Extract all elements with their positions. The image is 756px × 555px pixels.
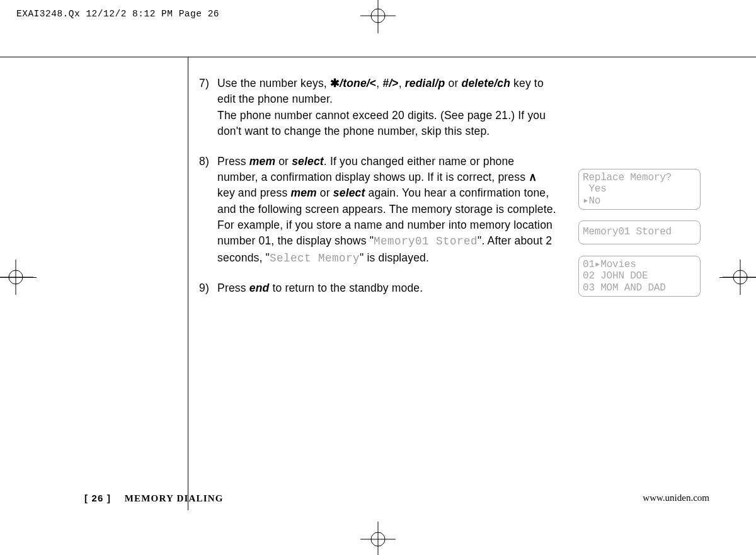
step-8: 8) Press mem or select. If you changed e… [199, 154, 564, 267]
text: " is displayed. [360, 251, 429, 264]
page-number: [ 26 ] [84, 493, 111, 503]
lcd-inline-text: Select Memory [270, 252, 360, 265]
step-body: Press end to return to the standby mode. [217, 280, 558, 296]
key-label: select [292, 155, 324, 168]
lcd-inline-text: Memory01 Stored [374, 235, 478, 248]
step-number: 9) [199, 280, 214, 296]
key-label: delete/ch [462, 77, 510, 89]
step-7: 7) Use the number keys, ✱/tone/<, #/>, r… [199, 76, 564, 140]
step-body: Use the number keys, ✱/tone/<, #/>, redi… [217, 76, 558, 140]
step-number: 8) [199, 154, 214, 169]
footer-left: [ 26 ] MEMORY DIALING [84, 493, 224, 504]
text: or [445, 77, 462, 89]
text: or [317, 186, 333, 199]
step-9: 9) Press end to return to the standby mo… [199, 280, 564, 296]
section-title: MEMORY DIALING [125, 493, 224, 503]
content-column: 7) Use the number keys, ✱/tone/<, #/>, r… [199, 76, 564, 311]
text: , [399, 77, 405, 89]
key-label: mem [290, 186, 316, 199]
key-label: /tone/ [340, 77, 370, 89]
key-label: #/ [382, 77, 392, 89]
top-rule [0, 57, 756, 57]
lcd-memory-list: 01▸Movies 02 JOHN DOE 03 MOM AND DAD [578, 256, 701, 297]
footer: [ 26 ] MEMORY DIALING www.uniden.com [84, 493, 709, 508]
reg-hairline-left [0, 277, 37, 278]
key-label: mem [249, 155, 275, 168]
running-head: EXAI3248.Qx 12/12/2 8:12 PM Page 26 [16, 9, 219, 19]
footer-url: www.uniden.com [643, 493, 709, 503]
registration-mark-top [378, 16, 379, 16]
key-label: redial/p [405, 77, 445, 89]
text: The phone number cannot exceed 20 digits… [217, 109, 546, 137]
reg-hairline-right [719, 277, 756, 278]
greater-than-icon: > [392, 77, 398, 89]
column-rule [188, 57, 188, 510]
text: Press [217, 155, 249, 168]
text: or [275, 155, 292, 168]
key-label: end [249, 282, 270, 294]
up-arrow-icon: ∧ [529, 171, 537, 183]
step-number: 7) [199, 76, 214, 91]
key-label: select [333, 186, 365, 199]
text: Press [217, 282, 249, 294]
text: Use the number keys, [217, 77, 330, 89]
text: , [376, 77, 382, 89]
less-than-icon: < [370, 77, 376, 89]
lcd-memory-stored: Memory01 Stored [578, 220, 701, 244]
lcd-replace-memory: Replace Memory? Yes ▸No [578, 169, 701, 210]
text: key and press [217, 186, 290, 199]
text: to return to the standby mode. [269, 282, 423, 294]
registration-mark-bottom [378, 539, 379, 540]
star-icon: ✱ [330, 77, 340, 89]
step-body: Press mem or select. If you changed eith… [217, 154, 558, 267]
